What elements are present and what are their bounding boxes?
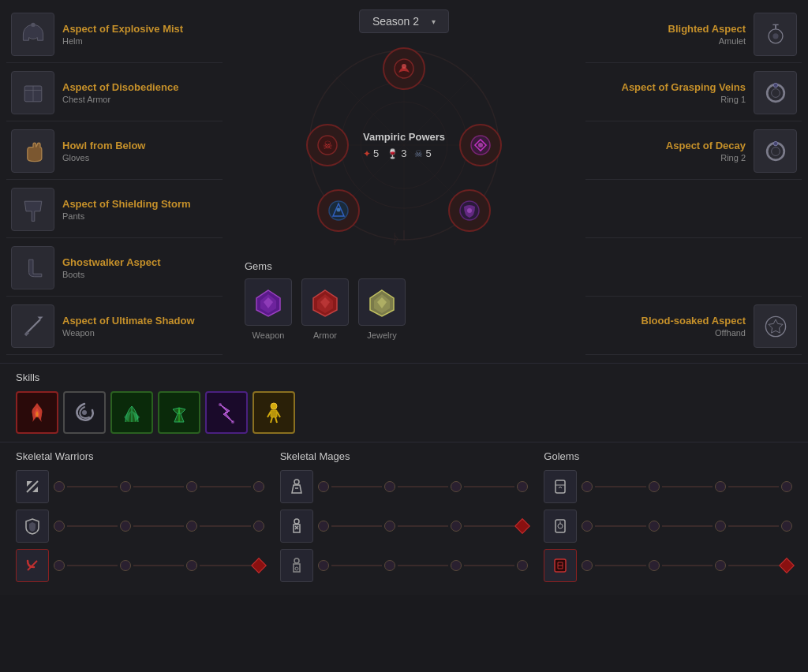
track-9 [582, 560, 792, 571]
warrior-shield-icon[interactable] [16, 510, 49, 543]
warrior-scythe-icon[interactable] [16, 549, 49, 582]
chevron-down-icon: ▾ [432, 17, 436, 26]
gem-armor-box[interactable] [301, 278, 349, 326]
skill-box-6[interactable] [252, 391, 295, 434]
gear-slot-5: Weapon [62, 328, 195, 338]
vstat-red: ✦ 5 [363, 147, 379, 159]
svg-point-62 [294, 558, 299, 563]
gear-right-item-2[interactable]: Aspect of Decay Ring 2 [585, 123, 802, 180]
gear-right-item-5[interactable]: Blood-soaked Aspect Offhand [585, 298, 802, 355]
minion-row [544, 510, 792, 543]
gear-left-item-2[interactable]: Howl from Below Gloves [6, 123, 223, 180]
skill-box-3[interactable] [110, 391, 153, 434]
mage-2-icon[interactable] [280, 510, 313, 543]
gear-left-item-0[interactable]: Aspect of Explosive Mist Helm [6, 6, 223, 63]
gear-right-item-1[interactable]: Aspect of Grasping Veins Ring 1 [585, 65, 802, 121]
svg-point-20 [402, 64, 406, 69]
vampiric-title: Vampiric Powers [363, 131, 445, 143]
skill-box-1[interactable] [16, 391, 58, 434]
svg-rect-53 [271, 410, 277, 417]
gear-name-4: Ghostwalker Aspect [62, 256, 161, 268]
mage-3-icon[interactable] [280, 549, 313, 582]
gear-name-right-0: Blighted Aspect [668, 23, 746, 35]
track-2 [54, 521, 264, 532]
gear-left-item-5[interactable]: Aspect of Ultimate Shadow Weapon [6, 298, 223, 355]
mage-1-icon[interactable] [280, 470, 313, 503]
track-node [715, 481, 726, 492]
wheel-node-bottom-left[interactable] [317, 189, 360, 232]
svg-line-56 [271, 417, 272, 423]
warrior-axe-icon[interactable] [16, 470, 49, 503]
track-line [464, 565, 514, 566]
gear-name-5: Aspect of Ultimate Shadow [62, 315, 195, 327]
gear-icon-pants [11, 188, 54, 231]
top-section: Aspect of Explosive Mist Helm Aspect of … [0, 0, 808, 361]
track-line [398, 486, 448, 487]
wheel-node-bottom-right[interactable] [448, 189, 491, 232]
track-diamond-filled [779, 558, 795, 573]
minion-row [544, 549, 792, 582]
golems-rows [544, 470, 792, 582]
season-label: Season 2 [372, 15, 419, 28]
vstat-green-value: 3 [401, 147, 406, 159]
vstat-chalice-icon: 🍷 [387, 148, 398, 159]
track-node [186, 521, 197, 532]
track-line [595, 486, 645, 487]
svg-point-67 [558, 524, 563, 528]
gear-slot-4: Boots [62, 270, 161, 279]
wheel-node-top[interactable] [383, 47, 425, 90]
gem-weapon-box[interactable] [245, 278, 292, 326]
vstat-blue: ☠ 5 [414, 147, 431, 159]
minion-row [16, 549, 264, 582]
gear-slot-2: Gloves [62, 153, 145, 162]
wheel-node-right[interactable] [459, 124, 502, 166]
gem-jewelry-box[interactable] [358, 278, 406, 326]
golem-2-icon[interactable] [544, 510, 577, 543]
track-line [398, 565, 448, 566]
gear-left-item-3[interactable]: Aspect of Shielding Storm Pants [6, 181, 223, 238]
track-4 [318, 481, 529, 492]
track-node [781, 521, 792, 532]
skill-box-2[interactable] [63, 391, 106, 434]
gear-text-right-1: Aspect of Grasping Veins Ring 1 [622, 81, 746, 104]
minion-row [280, 510, 529, 543]
svg-line-2 [26, 319, 40, 334]
svg-line-54 [267, 412, 271, 417]
gear-left-item-1[interactable]: Aspect of Disobedience Chest Armor [6, 65, 223, 121]
track-5 [318, 521, 529, 532]
minion-group-mages: Skeletal Mages [280, 450, 529, 582]
gear-left-item-4[interactable]: Ghostwalker Aspect Boots [6, 240, 223, 297]
track-line [728, 525, 779, 527]
track-line [331, 486, 382, 487]
track-node [649, 560, 660, 571]
gear-text-3: Aspect of Shielding Storm Pants [62, 198, 191, 221]
gear-slot-right-5: Offhand [715, 328, 746, 338]
gear-slot-right-1: Ring 1 [720, 95, 746, 104]
track-node [649, 481, 660, 492]
gear-slot-right-2: Ring 2 [720, 153, 746, 162]
gem-weapon: Weapon [245, 278, 292, 340]
golem-3-icon[interactable] [544, 549, 577, 582]
gear-name-right-1: Aspect of Grasping Veins [622, 81, 746, 93]
skill-box-4[interactable] [158, 391, 200, 434]
skills-title: Skills [16, 371, 792, 383]
track-line [67, 565, 118, 566]
track-node [253, 481, 264, 492]
center-column: Season 2 ▾ [229, 0, 579, 361]
track-diamond-filled [514, 518, 530, 534]
track-node [253, 521, 264, 532]
svg-point-44 [771, 147, 780, 155]
wheel-node-left[interactable]: ☠ [306, 124, 349, 166]
season-dropdown[interactable]: Season 2 ▾ [359, 9, 449, 33]
skill-box-5[interactable] [205, 391, 248, 434]
track-node [384, 560, 395, 571]
track-line [662, 565, 713, 566]
gear-icon-helm [11, 13, 54, 56]
gear-right-item-0[interactable]: Blighted Aspect Amulet [585, 6, 802, 63]
golem-1-icon[interactable] [544, 470, 577, 503]
track-node [318, 560, 329, 571]
track-node [582, 481, 593, 492]
gems-title: Gems [245, 260, 272, 272]
svg-line-55 [277, 412, 280, 417]
gems-row: Weapon Armor [245, 278, 406, 340]
